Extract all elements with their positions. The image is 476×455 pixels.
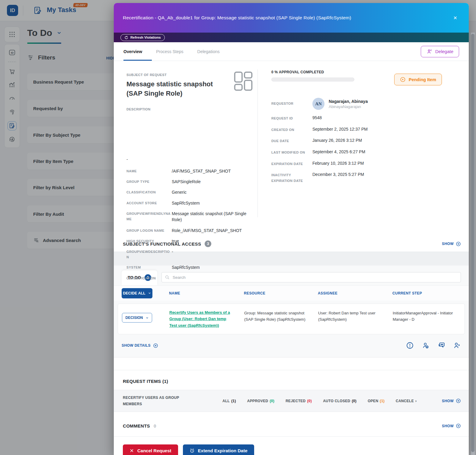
field-row: GROUP TYPESAPSingleRole [126,179,253,185]
field-value: SAPSingleRole [172,179,201,185]
delegate-icon[interactable] [453,342,461,349]
field-label: EXPIRATION DATE [271,161,312,167]
field-value: Generic [172,189,187,195]
column-divider [257,69,258,217]
tab-process-steps[interactable]: Process Steps [156,49,183,54]
decide-all-button[interactable]: DECIDE ALL [122,288,152,298]
search-wrap [161,272,461,282]
extend-expiration-label: Extend Expiration Date [198,448,248,453]
chevron-down-icon [145,316,149,320]
person-arrow-icon [426,49,433,55]
refresh-violations-button[interactable]: Refresh Violations [120,34,165,41]
comments-section: COMMENTS 0 SHOW [114,415,469,437]
status-count: (1) [380,399,385,403]
comments-show-button[interactable]: SHOW [442,423,461,428]
show-details-label: SHOW DETAILS [122,343,151,348]
search-input[interactable] [161,272,461,282]
delegate-button[interactable]: Delegate [421,46,459,57]
field-label: SYSTEM [126,264,172,270]
scrollbar-thumb[interactable] [471,34,474,452]
close-icon[interactable]: ✕ [451,14,460,22]
group-resource-icon [234,71,253,92]
status-approved[interactable]: APPROVED(0) [247,399,274,403]
show-details-button[interactable]: SHOW DETAILS [122,343,158,348]
field-value: - [126,156,253,162]
field-value: Message statistic snapshot (SAP Single R… [172,211,253,223]
decision-label: DECISION [125,316,143,320]
comments-icon[interactable] [437,342,445,349]
tab-delegations[interactable]: Delegations [197,49,220,54]
field-label: GROUP TYPE [126,179,172,185]
field-value: - [172,249,173,260]
search-icon [165,275,170,280]
field-value: SapRfcSystem [172,264,200,270]
status-rejected[interactable]: REJECTED(0) [286,399,312,403]
refresh-icon [124,36,128,40]
status-count: (1) [231,399,236,403]
decision-button[interactable]: DECISION [122,313,152,323]
modal-footer: Cancel Request Extend Expiration Date [114,437,469,455]
pending-item-badge: Pending Item [394,74,442,85]
resource-cell: Group: Message statistic snapshot (SAP S… [244,309,318,323]
status-label: OPEN [368,399,378,403]
status-auto-closed[interactable]: AUTO CLOSED(0) [323,399,356,403]
field-label: DESCRIPTION [126,106,172,151]
cancel-request-button[interactable]: Cancel Request [123,444,178,455]
status-open[interactable]: OPEN(1) [368,399,385,403]
request-items-row: RECERTIFY USERS AS GROUP MEMBERS ALL(1) … [114,390,469,412]
status-label: APPROVED [247,399,268,403]
field-row: DESCRIPTION - [126,106,253,162]
modal-header: Recertification - QA_Ab_double1 for Grou… [114,3,469,33]
field-row: CREATED ONSeptember 2, 2025 12:37 PM [271,126,452,133]
screen: ID My Tasks IID-DEV ID [0,0,476,455]
recertification-modal: Recertification - QA_Ab_double1 for Grou… [114,3,469,455]
assignee-check-icon[interactable] [422,342,430,349]
plus-circle-icon [153,343,158,348]
status-canceled[interactable]: CANCELE › [396,399,417,403]
table-row: DECISION Recertify Users as Members of a… [118,304,465,334]
field-value: September 2, 2025 12:37 PM [312,126,368,132]
pending-item-label: Pending Item [409,77,436,82]
field-label: CREATED ON [271,126,312,133]
field-value: February 10, 2026 3:12 PM [312,161,364,167]
delegate-label: Delegate [435,49,453,54]
show-details-row: SHOW DETAILS [114,334,469,357]
refresh-violations-label: Refresh Violations [130,36,161,39]
functional-access-show-button[interactable]: SHOW [442,241,461,247]
status-all[interactable]: ALL(1) [222,399,236,403]
field-value: SapRfcSystem [172,200,200,206]
extend-expiration-button[interactable]: Extend Expiration Date [183,444,254,455]
task-name-link[interactable]: Recertify Users as Members of a Group (U… [169,309,244,329]
table-header: DECIDE ALL NAME RESOURCE ASSIGNEE CURREN… [114,285,469,301]
field-label: ACCOUNT STORE [126,200,172,206]
field-label: GROUP LOGON NAME [126,228,172,234]
scrollbar[interactable] [471,33,475,455]
comments-title: COMMENTS [123,423,150,428]
chevron-right-icon[interactable]: › [415,399,417,403]
alert-icon[interactable] [406,342,414,349]
modal-subbar: Refresh Violations [114,33,469,42]
field-row: GROUP LOGON NAMERole_/AIF/MSG_STAT_SNAP_… [126,228,253,234]
field-label: REQUEST ID [271,115,312,121]
cancel-request-label: Cancel Request [137,448,171,453]
field-row: LAST MODIFIED ONSeptember 4, 2025 6:27 P… [271,149,452,155]
status-label: REJECTED [286,399,305,403]
field-value: September 4, 2025 6:27 PM [312,149,365,155]
show-label: SHOW [442,424,454,428]
todo-section: TO DO 1 DECIDE ALL NAME RESOURCE ASSIGNE… [114,266,469,358]
requestor-name: Nagarajan, Abinaya [329,99,368,104]
status-count: (0) [307,399,312,403]
field-row: GROUPVIEWFRIENDLYNAMEMessage statistic s… [126,211,253,223]
status-count: (0) [270,399,275,403]
active-tab-indicator [123,60,152,61]
tab-overview[interactable]: Overview [123,49,142,54]
column-header-resource: RESOURCE [244,291,318,295]
assignee-cell: User: Robert Dan temp Test user (SapRfcS… [318,309,393,323]
field-label: LAST MODIFIED ON [271,149,312,155]
field-value: Role_/AIF/MSG_STAT_SNAP_SHOT [172,228,242,234]
field-row: CLASSIFICATIONGeneric [126,189,253,195]
approval-progress-bar [271,78,354,81]
status-label: ALL [222,399,230,403]
field-row: SYSTEMSapRfcSystem [126,264,253,270]
request-items-show-button[interactable]: SHOW [442,398,461,403]
